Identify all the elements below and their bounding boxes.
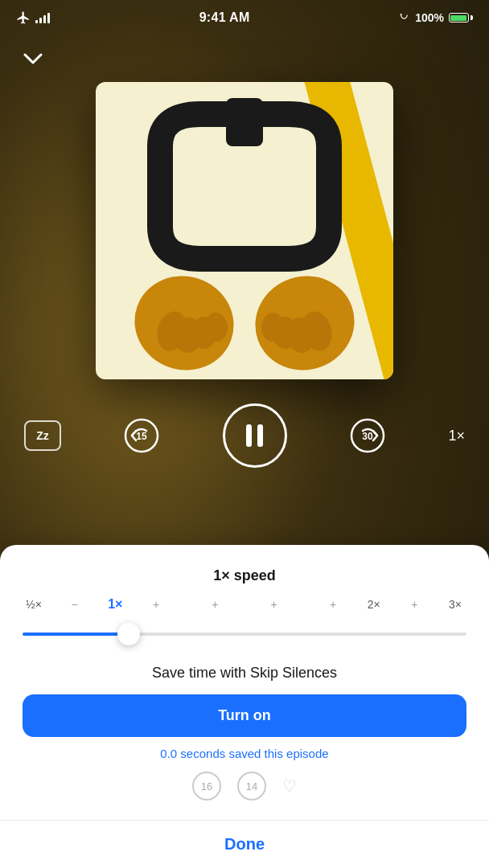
savings-text: 0.0 seconds saved this episode — [23, 747, 466, 760]
done-button[interactable]: Done — [192, 827, 297, 862]
done-panel: Done — [0, 820, 489, 868]
player-controls: Zz 15 30 — [0, 403, 489, 468]
pause-icon — [246, 424, 263, 447]
speed-separator-5: + — [303, 598, 362, 611]
status-left — [16, 10, 50, 25]
speed-option-2x[interactable]: 2× — [363, 598, 385, 611]
speed-separator-2: + — [126, 598, 185, 611]
speed-separator-3: + — [186, 598, 244, 611]
speed-slider[interactable] — [23, 620, 466, 649]
skip-silences-title: Save time with Skip Silences — [23, 665, 466, 682]
svg-rect-1 — [39, 18, 42, 23]
sleep-icon: Zz — [36, 429, 49, 442]
podcast-artwork — [96, 82, 393, 379]
svg-rect-2 — [43, 15, 46, 23]
speed-options-row: ½× − 1× + + + + 2× + 3× — [23, 597, 466, 612]
play-pause-button[interactable] — [223, 403, 287, 468]
bottom-left-count: 16 — [201, 780, 212, 792]
signal-icon — [35, 12, 50, 23]
battery-percent: 100% — [415, 11, 444, 24]
skip-forward-icon: 30 — [350, 418, 385, 453]
svg-rect-3 — [47, 13, 50, 23]
heart-icon[interactable]: ♡ — [282, 776, 297, 796]
status-right: 100% — [399, 11, 473, 24]
svg-rect-0 — [35, 20, 38, 23]
chevron-down-icon — [23, 53, 43, 64]
speed-option-half[interactable]: ½× — [23, 598, 45, 611]
speed-panel: 1× speed ½× − 1× + + + + 2× + 3× Save ti… — [0, 545, 489, 820]
status-bar: 9:41 AM 100% — [0, 0, 489, 35]
speed-slider-thumb[interactable] — [117, 623, 140, 645]
speed-panel-title: 1× speed — [23, 567, 466, 584]
status-time: 9:41 AM — [199, 10, 250, 25]
lock-rotation-icon — [399, 12, 410, 23]
artwork-svg — [96, 82, 393, 379]
skip-back-button[interactable]: 15 — [124, 418, 159, 453]
battery-icon — [449, 13, 473, 23]
bottom-controls-row: 16 14 ♡ — [23, 772, 466, 800]
speed-option-1x[interactable]: 1× — [104, 597, 126, 612]
speed-separator-4: + — [244, 598, 303, 611]
airplane-icon — [16, 10, 31, 25]
back-button[interactable] — [13, 39, 53, 79]
bottom-right-circle[interactable]: 14 — [237, 772, 266, 800]
svg-text:15: 15 — [137, 431, 148, 442]
skip-back-icon: 15 — [124, 418, 159, 453]
bottom-right-count: 14 — [246, 780, 257, 792]
bottom-left-circle[interactable]: 16 — [192, 772, 221, 800]
turn-on-button[interactable]: Turn on — [23, 694, 466, 737]
svg-text:30: 30 — [362, 431, 373, 442]
sleep-timer-button[interactable]: Zz — [24, 420, 61, 451]
speed-option-3x[interactable]: 3× — [444, 598, 466, 611]
speed-indicator[interactable]: 1× — [448, 428, 465, 444]
speed-separator-6: + — [385, 598, 444, 611]
speed-separator-1: − — [45, 598, 104, 611]
skip-forward-button[interactable]: 30 — [350, 418, 385, 453]
